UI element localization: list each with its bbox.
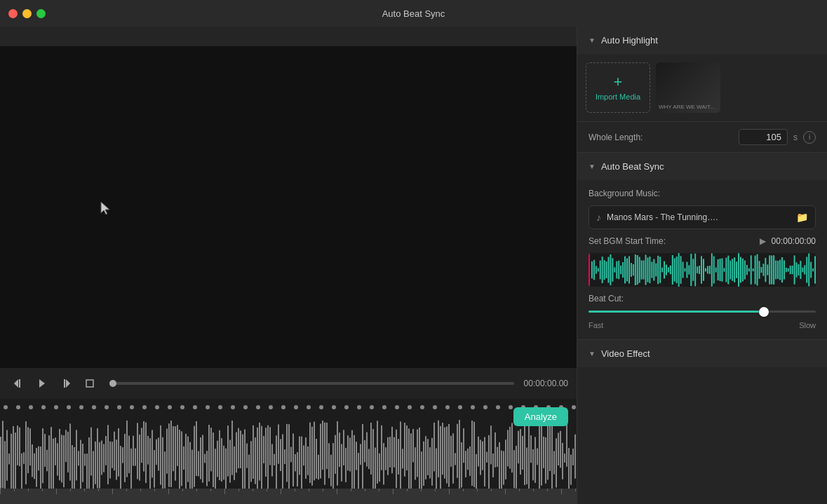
beat-cut-slider[interactable]	[589, 311, 816, 313]
svg-marker-3	[39, 379, 45, 388]
main-layout: 00:00:00.00 Analyze ▼ Auto Highlight + I…	[0, 27, 827, 504]
media-thumbnail: WHY ARE WE WAIT...	[656, 62, 720, 113]
beat-speed-fast: Fast	[589, 321, 603, 329]
waveform-strip	[589, 253, 816, 287]
auto-beat-sync-title: Auto Beat Sync	[601, 161, 664, 172]
timecode: 00:00:00.00	[524, 379, 568, 388]
progress-thumb[interactable]	[109, 380, 116, 387]
titlebar: Auto Beat Sync	[0, 0, 827, 27]
timeline-area: Analyze	[0, 399, 577, 504]
video-effect-title: Video Effect	[601, 348, 650, 359]
import-media-button[interactable]: + Import Media	[586, 62, 650, 113]
auto-beat-sync-chevron: ▼	[589, 163, 596, 170]
bgm-label: Background Music:	[589, 189, 816, 198]
slider-thumb[interactable]	[759, 307, 769, 317]
play-button[interactable]	[32, 374, 52, 393]
svg-rect-6	[86, 380, 93, 387]
auto-beat-sync-content: Background Music: ♪ Manos Mars - The Tun…	[577, 180, 827, 339]
transport-bar: 00:00:00.00	[0, 368, 577, 399]
beat-speed-labels: Fast Slow	[589, 320, 816, 331]
app-title: Auto Beat Sync	[382, 8, 445, 19]
bgm-track-row: ♪ Manos Mars - The Tunning…. 📁	[589, 205, 816, 229]
video-preview-bar	[0, 27, 577, 46]
bgm-timecode: 00:00:00:00	[772, 236, 816, 246]
auto-beat-sync-section-header[interactable]: ▼ Auto Beat Sync	[577, 152, 827, 180]
whole-length-label: Whole Length:	[589, 132, 733, 142]
analyze-button[interactable]: Analyze	[513, 407, 568, 426]
slider-track	[589, 311, 816, 313]
beat-cut-label: Beat Cut:	[589, 294, 816, 304]
rewind-button[interactable]	[8, 374, 28, 393]
maximize-button[interactable]	[36, 9, 46, 18]
auto-highlight-section-header[interactable]: ▼ Auto Highlight	[577, 27, 827, 54]
waveform-canvas	[0, 399, 577, 504]
auto-highlight-content: + Import Media WHY ARE WE WAIT...	[577, 54, 827, 121]
cursor	[100, 200, 112, 219]
unit-label: s	[793, 132, 798, 142]
minimize-button[interactable]	[22, 9, 32, 18]
svg-marker-1	[14, 379, 18, 388]
svg-rect-2	[19, 379, 20, 388]
window-controls	[8, 9, 46, 18]
slider-fill	[589, 311, 759, 313]
stop-button[interactable]	[80, 374, 100, 393]
left-panel: 00:00:00.00 Analyze	[0, 27, 577, 504]
waveform-strip-canvas	[589, 253, 816, 287]
auto-highlight-chevron: ▼	[589, 36, 596, 44]
plus-icon: +	[614, 74, 623, 90]
music-icon: ♪	[596, 212, 601, 223]
bgm-start-label: Set BGM Start Time:	[589, 236, 754, 246]
svg-marker-0	[101, 202, 109, 214]
video-preview	[0, 46, 577, 368]
whole-length-input[interactable]	[739, 129, 788, 145]
svg-rect-5	[64, 379, 65, 388]
bgm-track-name: Manos Mars - The Tunning….	[607, 212, 791, 222]
beat-speed-slow: Slow	[799, 321, 816, 329]
auto-highlight-title: Auto Highlight	[601, 35, 658, 46]
media-grid: + Import Media WHY ARE WE WAIT...	[586, 62, 819, 113]
media-thumb-text: WHY ARE WE WAIT...	[659, 104, 715, 110]
right-panel: ▼ Auto Highlight + Import Media WHY ARE …	[577, 27, 827, 504]
video-effect-section-header[interactable]: ▼ Video Effect	[577, 339, 827, 367]
video-effect-chevron: ▼	[589, 350, 596, 357]
close-button[interactable]	[8, 9, 18, 18]
folder-icon[interactable]: 📁	[796, 212, 808, 223]
bgm-start-row: Set BGM Start Time: ▶ 00:00:00:00	[589, 236, 816, 246]
svg-marker-4	[66, 379, 70, 388]
progress-bar[interactable]	[109, 382, 514, 385]
import-label: Import Media	[596, 93, 640, 101]
info-icon[interactable]: i	[803, 131, 816, 144]
waveform-red-line	[589, 253, 590, 287]
whole-length-row: Whole Length: s i	[577, 121, 827, 152]
bgm-play-icon[interactable]: ▶	[760, 236, 766, 246]
forward-button[interactable]	[56, 374, 76, 393]
